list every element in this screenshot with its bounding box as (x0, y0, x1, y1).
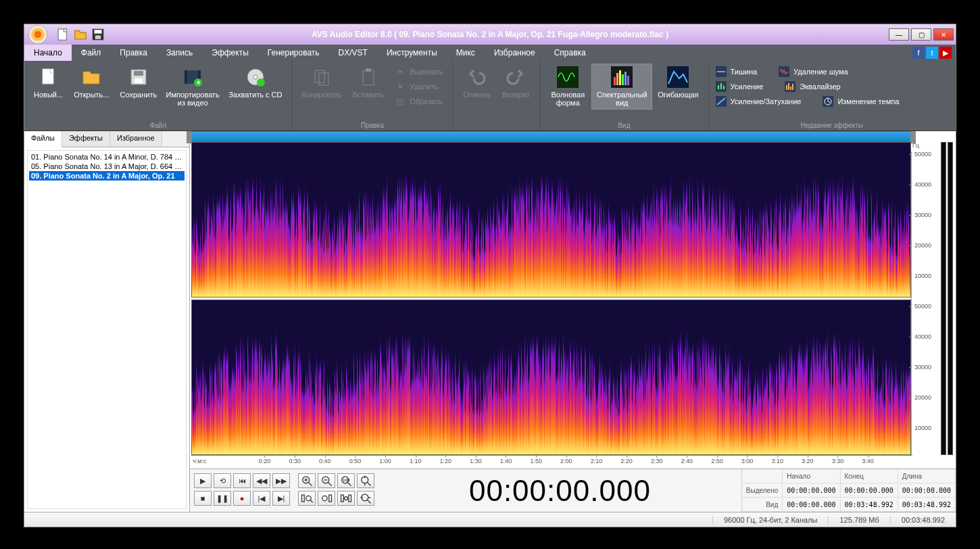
amplify-icon (716, 81, 727, 92)
menu-generate[interactable]: Генерировать (258, 45, 329, 61)
rewind-button[interactable]: ◀◀ (253, 473, 270, 488)
zoom-vfit-button[interactable] (357, 491, 374, 506)
equalizer-icon (785, 81, 795, 92)
sidebar-tab-effects[interactable]: Эффекты (62, 131, 110, 147)
view-end-value[interactable]: 00:03:48.992 (841, 498, 898, 512)
zoom-sel-button[interactable] (337, 491, 355, 506)
amplify-button[interactable]: Усиление (713, 80, 766, 93)
channel-right[interactable] (191, 300, 911, 455)
twitter-icon[interactable]: t (926, 47, 938, 59)
redo-icon (505, 66, 526, 88)
skip-back-button[interactable]: ⏮ (233, 473, 251, 488)
copy-button[interactable]: Копировать (296, 64, 347, 101)
facebook-icon[interactable]: f (912, 47, 925, 59)
status-format: 96000 Гц, 24-бит, 2 Каналы (712, 516, 829, 524)
svg-rect-15 (315, 70, 324, 82)
menu-start[interactable]: Начало (24, 45, 72, 61)
sel-end-value[interactable]: 00:00:00.000 (841, 483, 898, 498)
svg-rect-24 (622, 74, 624, 85)
pause-button[interactable]: ❚❚ (214, 491, 231, 506)
app-icon (28, 25, 47, 44)
menu-dxvst[interactable]: DX/VST (329, 45, 377, 61)
import-video-button[interactable]: Импортировать из видео (162, 64, 223, 110)
menu-file[interactable]: Файл (72, 45, 111, 61)
play-button[interactable]: ▶ (194, 473, 212, 488)
menubar: Начало Файл Правка Запись Эффекты Генери… (24, 45, 956, 61)
view-start-value[interactable]: 00:00:00.000 (783, 498, 840, 512)
window-title: AVS Audio Editor 8.0 ( 09. Piano Sonata … (24, 30, 956, 39)
go-start-button[interactable]: |◀ (253, 491, 270, 506)
sel-len-value[interactable]: 00:00:00.000 (898, 483, 956, 498)
grab-cd-button[interactable]: Захватить с CD (223, 64, 287, 101)
equalizer-button[interactable]: Эквалайзер (782, 80, 843, 93)
sidebar-tab-favorites[interactable]: Избранное (110, 131, 162, 147)
tempo-button[interactable]: Изменение темпа (820, 95, 902, 108)
svg-rect-43 (329, 495, 332, 502)
menu-mix[interactable]: Микс (447, 45, 485, 61)
record-button[interactable]: ● (233, 491, 251, 506)
save-button[interactable]: Сохранить (115, 64, 163, 101)
channel-left[interactable] (191, 142, 911, 297)
zoom-out-button[interactable] (318, 473, 335, 488)
zoom-vertical-button[interactable] (357, 473, 374, 488)
transport-buttons: ▶ ⟲ ⏮ ◀◀ ▶▶ ■ ❚❚ ● |◀ ▶| (190, 469, 294, 512)
maximize-button[interactable]: ▢ (911, 28, 931, 41)
svg-rect-26 (627, 76, 629, 85)
open-button[interactable]: Открыть... (68, 64, 114, 101)
spectral-button[interactable]: Спектральный вид (591, 64, 652, 110)
envelope-icon (667, 66, 689, 88)
zoom-full-button[interactable]: 100 (337, 473, 355, 488)
overview-strip[interactable] (191, 131, 911, 142)
zoom-in-button[interactable] (298, 473, 316, 488)
redo-button[interactable]: Возврат (496, 64, 535, 101)
noise-icon (779, 66, 789, 77)
qat-open-icon[interactable] (73, 27, 88, 42)
folder-icon (80, 66, 102, 88)
view-len-value[interactable]: 00:03:48.992 (898, 498, 956, 512)
list-item[interactable]: 05. Piano Sonata No. 13 in A Major, D. 6… (29, 162, 185, 171)
fade-button[interactable]: Усиление/Затухание (713, 95, 804, 108)
scissors-icon: ✂ (395, 66, 406, 77)
spectral-icon (611, 66, 633, 88)
qat-save-icon[interactable] (91, 27, 105, 42)
menu-help[interactable]: Справка (545, 45, 595, 61)
file-list[interactable]: 01. Piano Sonata No. 14 in A Minor, D. 7… (27, 150, 187, 509)
quick-access-toolbar (55, 27, 105, 42)
menu-tools[interactable]: Инструменты (377, 45, 447, 61)
undo-icon (466, 66, 487, 88)
new-button[interactable]: Новый... (28, 64, 68, 101)
cut-button[interactable]: ✂Вырезать (392, 65, 445, 78)
silence-button[interactable]: Тишина (713, 65, 760, 78)
time-ruler[interactable]: ч:м:с 0:200:300:400:501:001:101:201:301:… (191, 455, 912, 469)
youtube-icon[interactable]: ▶ (939, 47, 952, 59)
stop-button[interactable]: ■ (194, 491, 212, 506)
svg-rect-16 (319, 73, 328, 85)
go-end-button[interactable]: ▶| (272, 491, 290, 506)
window-controls: — ▢ ✕ (889, 28, 956, 41)
zoom-sel-out-button[interactable] (318, 491, 335, 506)
noise-removal-button[interactable]: Удаление шума (776, 65, 850, 78)
undo-button[interactable]: Отмена (457, 64, 496, 101)
ribbon-group-file: Новый... Открыть... Сохранить Импортиров… (24, 61, 292, 130)
list-item[interactable]: 09. Piano Sonata No. 2 in A Major, Op. 2… (29, 171, 185, 181)
qat-new-icon[interactable] (55, 27, 70, 42)
zoom-sel-in-button[interactable] (298, 491, 316, 506)
menu-favorites[interactable]: Избранное (485, 45, 545, 61)
menu-record[interactable]: Запись (157, 45, 202, 61)
svg-rect-18 (366, 68, 371, 72)
sel-start-value[interactable]: 00:00:00.000 (783, 483, 840, 498)
menu-effects[interactable]: Эффекты (202, 45, 258, 61)
crop-button[interactable]: ◫Обрезать (392, 95, 445, 108)
sidebar-tab-files[interactable]: Файлы (24, 131, 62, 147)
forward-button[interactable]: ▶▶ (272, 473, 290, 488)
paste-button[interactable]: Вставить (347, 64, 390, 101)
menu-edit[interactable]: Правка (110, 45, 157, 61)
statusbar: 96000 Гц, 24-бит, 2 Каналы 125.789 Мб 00… (24, 512, 956, 527)
waveform-button[interactable]: Волновая форма (544, 64, 591, 110)
list-item[interactable]: 01. Piano Sonata No. 14 in A Minor, D. 7… (29, 152, 185, 162)
minimize-button[interactable]: — (889, 28, 909, 41)
loop-button[interactable]: ⟲ (214, 473, 231, 488)
close-button[interactable]: ✕ (933, 28, 954, 41)
envelope-button[interactable]: Огибающая (652, 64, 704, 101)
delete-button[interactable]: ✕Удалить (392, 80, 445, 93)
